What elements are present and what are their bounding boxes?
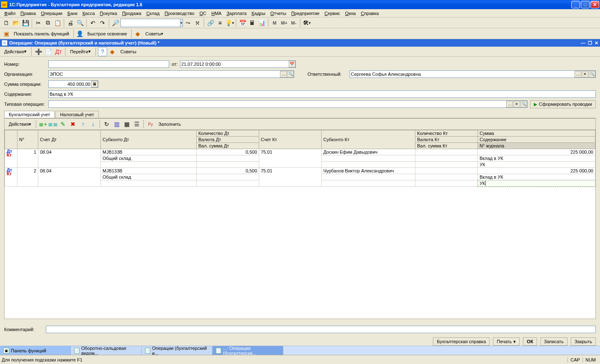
tab-tax[interactable]: Налоговый учет	[55, 111, 99, 118]
taskbar-func-panel[interactable]: ▣Панель функций	[0, 346, 71, 355]
org-lookup-icon[interactable]: 🔍	[287, 71, 294, 77]
move-down-icon[interactable]: ↓	[88, 120, 98, 129]
tips2-button[interactable]: Советы	[118, 47, 139, 56]
save-icon[interactable]: 💾	[21, 18, 30, 27]
col-acctK[interactable]: Счет Кт	[259, 130, 322, 149]
doc-minimize-icon[interactable]: —	[581, 40, 585, 46]
doc-record-icon[interactable]: 📄	[44, 47, 53, 56]
menu-Склад[interactable]: Склад	[144, 10, 162, 17]
refresh-icon[interactable]: ↻	[102, 120, 111, 129]
find-next-icon[interactable]: ⤳	[183, 18, 192, 27]
col-qtyD[interactable]: Количество Дт	[197, 130, 259, 137]
table-row[interactable]: ДтКт 1 08.04 МJB133B 0,500 75.01 Доскин …	[5, 149, 595, 155]
fill-button[interactable]: Заполнить	[156, 120, 183, 129]
grid-post-icon[interactable]: ▥	[112, 120, 121, 129]
resp-clear-icon[interactable]: ✕	[582, 71, 588, 77]
table-row[interactable]: ДтКт 2 08.04 МJB133B 0,500 75.01 Чурбано…	[5, 168, 595, 174]
tips-icon[interactable]: ◆	[133, 29, 142, 38]
delete-row-icon[interactable]: ✖	[68, 120, 78, 129]
typical-ellipsis-icon[interactable]: …	[506, 101, 513, 107]
menubar[interactable]: ФайлПравкаОперацииБанкКассаПокупкаПродаж…	[0, 9, 600, 17]
help-tip-icon[interactable]: 💡▾	[225, 18, 234, 27]
quickstart-button[interactable]: Быстрое освоение	[85, 29, 130, 38]
print-preview-icon[interactable]: 🔍	[75, 18, 85, 27]
menu-Продажа[interactable]: Продажа	[120, 10, 144, 17]
tools-icon[interactable]: 🛠▾	[302, 18, 311, 27]
menu-Сервис[interactable]: Сервис	[322, 10, 343, 17]
grid-table-icon[interactable]: ▦	[122, 120, 131, 129]
resp-ellipsis-icon[interactable]: …	[575, 71, 581, 77]
col-desc[interactable]: Содержание	[478, 137, 595, 143]
postings-grid[interactable]: N° Счет Дт Субконто Дт Количество Дт Сче…	[4, 130, 596, 319]
typical-lookup-icon[interactable]: 🔍	[520, 101, 527, 107]
menu-ОС[interactable]: ОС	[197, 10, 209, 17]
generate-postings-button[interactable]: ▶ Сформировать проводки	[530, 100, 596, 108]
menu-Производство[interactable]: Производство	[162, 10, 197, 17]
taskbar-operation-current[interactable]: 📄...: Операция (бухгалтерски...	[212, 346, 283, 355]
content-input[interactable]: Вклад в УК	[48, 90, 596, 98]
save-button[interactable]: Записать	[540, 337, 568, 346]
org-input[interactable]: ЭПОС … 🔍	[48, 70, 294, 78]
menu-Кадры[interactable]: Кадры	[249, 10, 268, 17]
col-subK[interactable]: Субконто Кт	[322, 130, 415, 149]
show-func-panel-button[interactable]: Показать панель функций	[11, 29, 72, 38]
col-sum[interactable]: Сумма	[478, 130, 595, 137]
window-maximize-button[interactable]: □	[581, 1, 590, 8]
paste-icon[interactable]: 📋	[53, 18, 62, 27]
sum-calc-icon[interactable]: 🖩	[91, 81, 98, 87]
funcpanel-icon[interactable]: ▣	[2, 29, 11, 38]
open-icon[interactable]: 📂	[11, 18, 20, 27]
report-icon[interactable]: 📊	[257, 18, 266, 27]
menu-Покупка[interactable]: Покупка	[98, 10, 120, 17]
doc-postings-icon[interactable]: Дт	[54, 47, 63, 56]
grid-actions-dropdown[interactable]: Действия ▾	[6, 120, 34, 129]
link-icon[interactable]: 🔗	[206, 18, 215, 27]
col-curD[interactable]: Валюта Дт	[197, 137, 259, 143]
comment-input[interactable]	[46, 326, 596, 333]
doc-restore-icon[interactable]: ❐	[588, 40, 592, 46]
org-ellipsis-icon[interactable]: …	[280, 71, 287, 77]
taskbar-balance[interactable]: 📄Оборотно-сальдовая ведом...	[71, 346, 142, 355]
responsible-input[interactable]: Сергеева Софья Александровна … ✕ 🔍	[350, 70, 596, 78]
taskbar-operations[interactable]: 📄Операции (бухгалтерский и...	[142, 346, 212, 355]
search-combo[interactable]	[120, 19, 183, 27]
m-minus-button[interactable]: M-	[289, 18, 298, 27]
redo-icon[interactable]: ↷	[98, 18, 107, 27]
col-cursumK[interactable]: Вал. сумма Кт	[415, 143, 478, 149]
copy-row-icon[interactable]: ≣≣	[48, 120, 58, 129]
tips-button[interactable]: Советы ▾	[143, 29, 166, 38]
menu-Операции[interactable]: Операции	[38, 10, 65, 17]
menu-Отчеты[interactable]: Отчеты	[268, 10, 289, 17]
col-n[interactable]: N°	[18, 130, 38, 149]
find-icon[interactable]: 🔎	[111, 18, 120, 27]
new-icon[interactable]: 🗋	[2, 18, 11, 27]
find-prev-icon[interactable]: ⤲	[193, 18, 202, 27]
menu-Справка[interactable]: Справка	[358, 10, 381, 17]
list-icon[interactable]: ≡	[215, 18, 225, 27]
menu-Банк[interactable]: Банк	[65, 10, 80, 17]
ok-button[interactable]: ОК	[523, 337, 537, 346]
menu-Предприятие[interactable]: Предприятие	[289, 10, 322, 17]
edit-row-icon[interactable]: ✎	[58, 120, 68, 129]
grid-list-icon[interactable]: ☰	[132, 120, 141, 129]
doc-close-icon[interactable]: ✕	[595, 40, 598, 46]
date-input[interactable]: 21.07.2012 0:00:00 📅	[180, 60, 296, 68]
typical-clear-icon[interactable]: ✕	[513, 101, 520, 107]
col-cursumD[interactable]: Вал. сумма Дт	[197, 143, 259, 149]
col-curK[interactable]: Валюта Кт	[415, 137, 478, 143]
print-button[interactable]: Печать ▾	[493, 337, 520, 346]
print-icon[interactable]: 🖨	[66, 18, 75, 27]
accounting-note-button[interactable]: Бухгалтерская справка	[433, 337, 490, 346]
date-picker-icon[interactable]: 📅	[289, 61, 295, 67]
m-button[interactable]: M	[270, 18, 279, 27]
tab-accounting[interactable]: Бухгалтерский учет	[4, 111, 55, 118]
goto-dropdown[interactable]: Перейти ▾	[68, 47, 93, 56]
calendar-icon[interactable]: 📅	[238, 18, 247, 27]
close-button[interactable]: Закрыть	[571, 337, 596, 346]
col-journal[interactable]: N° журнала	[478, 143, 595, 149]
menu-Файл[interactable]: Файл	[2, 10, 18, 17]
window-close-button[interactable]: ✕	[590, 1, 599, 8]
add-row-icon[interactable]: ≣+	[38, 120, 48, 129]
number-input[interactable]	[48, 60, 169, 68]
currency-icon[interactable]: Py	[146, 120, 155, 129]
